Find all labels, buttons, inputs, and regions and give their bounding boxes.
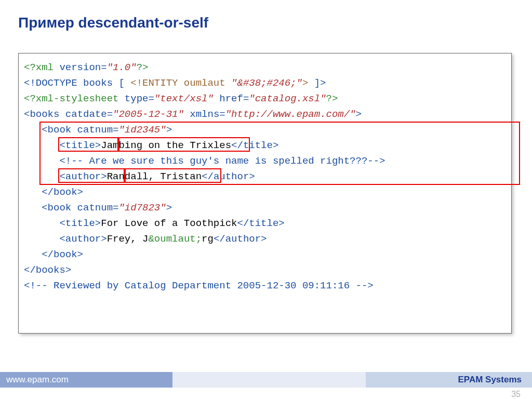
title1-open: <title> <box>24 140 101 151</box>
book1-open-end: > <box>166 124 172 136</box>
author2-open: <author> <box>24 233 107 245</box>
slide-title: Пример descendant-or-self <box>18 15 208 31</box>
pi-attr-version: version= <box>54 62 107 73</box>
stylesheet-href-val: "catalog.xsl" <box>249 93 326 104</box>
code-listing: <?xml version="1.0"?> <!DOCTYPE books [ … <box>24 60 506 294</box>
title2-close: </title> <box>237 218 284 229</box>
author1-text: Randall, Tristan <box>107 171 202 182</box>
author2-text-a: Frey, J <box>107 233 149 245</box>
comment-name: <!-- Are we sure this guy's name is spel… <box>24 155 385 167</box>
entity-decl: <!ENTITY oumlaut <box>130 77 231 89</box>
page-number: 35 <box>511 390 521 399</box>
author2-close: </author> <box>214 233 267 245</box>
book2-catnum-attr: catnum= <box>71 202 118 214</box>
footer: www.epam.com EPAM Systems <box>0 372 532 388</box>
book2-close: </book> <box>24 249 83 260</box>
author1-open: <author> <box>24 171 107 182</box>
books-open-end: > <box>356 109 362 120</box>
title1-close: </title> <box>231 140 278 151</box>
books-open: <books <box>24 109 59 120</box>
book2-catnum-val: "id7823" <box>118 202 166 214</box>
title2-open: <title> <box>24 218 101 229</box>
stylesheet-pi: <?xml-stylesheet <box>24 93 118 104</box>
books-catdate-attr: catdate= <box>59 109 113 120</box>
book2-open: <book <box>24 202 71 214</box>
book2-open-end: > <box>166 202 172 214</box>
book1-catnum-attr: catnum= <box>71 124 118 136</box>
books-catdate-val: "2005-12-31" <box>113 109 184 120</box>
author2-text-b: rg <box>202 233 214 245</box>
code-box: <?xml version="1.0"?> <!DOCTYPE books [ … <box>18 53 512 334</box>
title2-text: For Love of a Toothpick <box>101 218 237 229</box>
footer-mid <box>172 372 366 388</box>
stylesheet-close: ?> <box>326 93 338 104</box>
pi-xml-open: <?xml <box>24 62 54 73</box>
title1-text: Jambing on the Trixles <box>101 140 231 151</box>
footer-left: www.epam.com <box>0 372 172 388</box>
books-close: </books> <box>24 264 71 276</box>
entity-close: > <box>302 77 308 89</box>
stylesheet-type-val: "text/xsl" <box>154 93 214 104</box>
doctype-open: <!DOCTYPE books [ <box>24 77 130 89</box>
stylesheet-href-attr: href= <box>214 93 249 104</box>
footer-right: EPAM Systems <box>366 372 532 388</box>
book1-close: </book> <box>24 187 83 198</box>
author2-entity: &oumlaut; <box>148 233 202 245</box>
pi-version-value: "1.0" <box>107 62 137 73</box>
doctype-close: ]> <box>308 77 326 89</box>
slide: Пример descendant-or-self <?xml version=… <box>0 0 532 399</box>
author1-close: </author> <box>202 171 255 182</box>
stylesheet-type-attr: type= <box>118 93 154 104</box>
book1-open: <book <box>24 124 71 136</box>
book1-catnum-val: "id2345" <box>118 124 166 136</box>
books-xmlns-attr: xmlns= <box>184 109 225 120</box>
books-xmlns-val: "http://www.epam.com/" <box>225 109 356 120</box>
entity-value: "&#38;#246;" <box>231 77 302 89</box>
comment-reviewed: <!-- Reviewed by Catalog Department 2005… <box>24 280 374 291</box>
pi-close: ?> <box>137 62 149 73</box>
